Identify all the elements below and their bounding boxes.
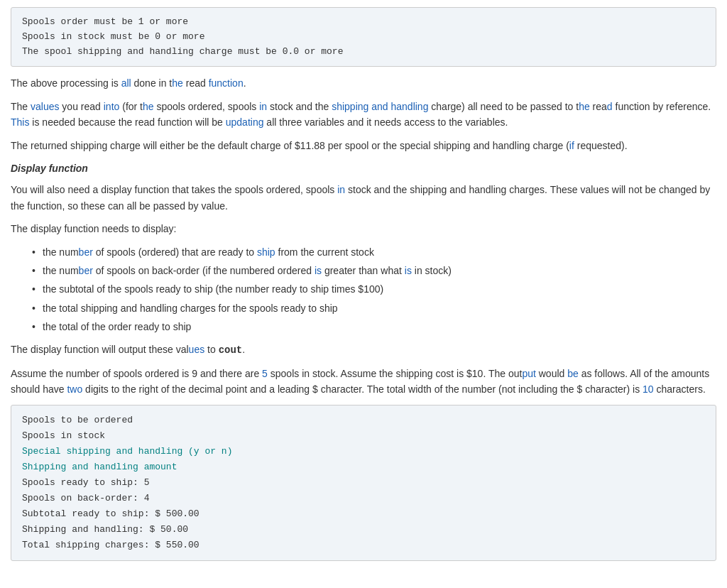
bc-line-2: Spools in stock: [22, 428, 705, 444]
h-is2: is: [405, 265, 412, 276]
h-and: and: [371, 101, 388, 112]
h-he: he: [143, 101, 154, 112]
bc-line-4: Shipping and handling amount: [22, 459, 705, 475]
h-ber2: ber: [79, 265, 93, 276]
h-shipping: shipping: [332, 101, 368, 112]
bullet-item-4: the total shipping and handling charges …: [32, 300, 716, 316]
h-put: put: [522, 368, 535, 379]
h-into: into: [104, 101, 120, 112]
paragraph-6: The display function will output these v…: [11, 342, 716, 358]
h-if: if: [569, 140, 574, 151]
code-line-3: The spool shipping and handling charge m…: [22, 45, 705, 60]
bc-line-7: Subtotal ready to ship: $ 500.00: [22, 506, 705, 522]
h-10: 10: [643, 383, 654, 395]
h-in2: in: [337, 184, 345, 195]
h-d: d: [607, 101, 613, 112]
bullet-item-5: the total of the order ready to ship: [32, 319, 716, 334]
cout-code: cout: [219, 344, 243, 356]
bottom-code-block: Spools to be ordered Spools in stock Spe…: [11, 405, 716, 562]
h-is: is: [315, 265, 322, 276]
bc-line-1: Spools to be ordered: [22, 413, 705, 428]
bullet-item-3: the subtotal of the spools ready to ship…: [32, 281, 716, 297]
bc-line-8: Shipping and handling: $ 50.00: [22, 522, 705, 538]
paragraph-4: You will also need a display function th…: [11, 182, 716, 214]
bullet-item-2: the number of spools on back-order (if t…: [32, 263, 716, 278]
h-values: values: [31, 101, 59, 112]
h-this: This: [11, 116, 29, 128]
highlight-he: he: [172, 77, 183, 89]
bc-line-6: Spools on back-order: 4: [22, 491, 705, 506]
display-function-heading: Display function: [11, 160, 716, 176]
paragraph-3: The returned shipping charge will either…: [11, 138, 716, 153]
bullet-list: the number of spools (ordered) that are …: [32, 244, 716, 335]
paragraph-7: Assume the number of spools ordered is 9…: [11, 366, 716, 398]
h-two: two: [67, 383, 82, 395]
bc-line-5: Spools ready to ship: 5: [22, 475, 705, 491]
h-ber: ber: [79, 246, 93, 258]
h-be: be: [567, 368, 579, 379]
h-in: in: [259, 101, 267, 112]
highlight-all: all: [121, 77, 131, 89]
paragraph-5: The display function needs to display:: [11, 221, 716, 236]
paragraph-1: The above processing is all done in the …: [11, 75, 716, 91]
code-line-1: Spools order must be 1 or more: [22, 15, 705, 30]
highlight-function: function: [209, 77, 244, 89]
h-he2: he: [579, 101, 590, 112]
top-code-block: Spools order must be 1 or more Spools in…: [11, 7, 716, 67]
code-line-2: Spools in stock must be 0 or more: [22, 30, 705, 45]
bc-line-9: Total shipping charges: $ 550.00: [22, 538, 705, 553]
h-5: 5: [262, 368, 268, 379]
h-ship: ship: [257, 246, 275, 258]
h-ues: ues: [189, 344, 205, 355]
bullet-item-1: the number of spools (ordered) that are …: [32, 244, 716, 260]
paragraph-2: The values you read into (for the spools…: [11, 99, 716, 131]
bc-line-3: Special shipping and handling (y or n): [22, 444, 705, 459]
h-updating: updating: [226, 116, 264, 128]
h-handling: handling: [390, 101, 428, 112]
